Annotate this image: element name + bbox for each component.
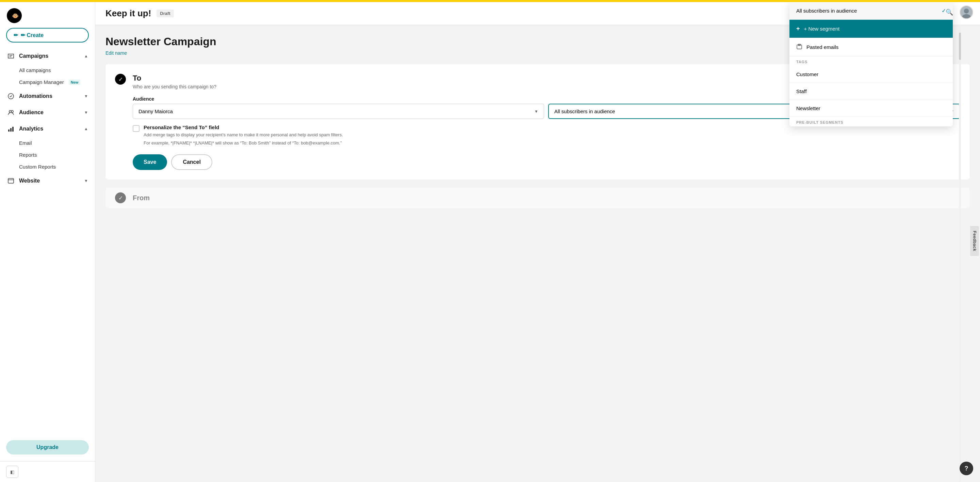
main-content: Keep it up! Draft Newsletter Campaign Ed… xyxy=(95,2,980,482)
all-campaigns-label: All campaigns xyxy=(19,67,51,73)
sidebar-item-email[interactable]: Email xyxy=(0,137,95,149)
audience-value: Danny Maiorca xyxy=(138,108,173,114)
audience-arrow: ▼ xyxy=(84,110,88,115)
custom-reports-label: Custom Reports xyxy=(19,164,56,170)
svg-point-3 xyxy=(9,111,11,113)
campaigns-arrow: ▲ xyxy=(84,54,88,59)
checkbox-main-text: Personalize the “Send To” field xyxy=(143,124,343,130)
sidebar-item-reports[interactable]: Reports xyxy=(0,149,95,161)
personalize-checkbox-row: Personalize the “Send To” field Add merg… xyxy=(133,124,960,146)
nav-item-automations[interactable]: Automations ▼ xyxy=(0,88,95,105)
dropdown-item-newsletter[interactable]: Newsletter xyxy=(789,100,953,117)
new-segment-label: + New segment xyxy=(804,26,840,32)
search-icon: 🔍 xyxy=(946,8,953,16)
checkbox-text: Personalize the “Send To” field Add merg… xyxy=(143,124,343,146)
segment-value: All subscribers in audience xyxy=(554,108,615,114)
form-actions: Save Cancel xyxy=(133,154,960,170)
collapse-icon: ◧ xyxy=(10,469,14,474)
sidebar-item-campaign-manager[interactable]: Campaign Manager New xyxy=(0,76,95,88)
nav-item-analytics[interactable]: Analytics ▲ xyxy=(0,121,95,137)
audience-select[interactable]: Danny Maiorca ▼ xyxy=(133,104,544,119)
analytics-arrow: ▲ xyxy=(84,127,88,131)
audience-icon xyxy=(7,108,15,117)
draft-badge: Draft xyxy=(156,10,173,17)
campaigns-icon xyxy=(7,52,15,60)
segment-dropdown: All subscribers in audience ✓ + + New se… xyxy=(789,2,953,127)
top-right-actions: 🔍 xyxy=(943,5,973,19)
save-button[interactable]: Save xyxy=(133,154,167,170)
plus-icon: + xyxy=(796,25,800,32)
pasted-emails-icon xyxy=(796,43,802,51)
scrollbar-track xyxy=(959,29,961,482)
customer-label: Customer xyxy=(796,71,818,77)
svg-text:🐵: 🐵 xyxy=(12,13,19,19)
website-icon xyxy=(7,177,15,185)
create-button[interactable]: ✏ ✏ Create xyxy=(6,28,89,43)
dropdown-item-staff[interactable]: Staff xyxy=(789,83,953,100)
personalize-checkbox[interactable] xyxy=(133,125,140,132)
email-label: Email xyxy=(19,140,32,146)
dropdown-item-pasted-emails[interactable]: Pasted emails xyxy=(789,38,953,56)
logo-area: 🐵 xyxy=(0,2,95,28)
campaign-manager-label: Campaign Manager xyxy=(19,79,64,85)
newsletter-label: Newsletter xyxy=(796,105,821,111)
cancel-button[interactable]: Cancel xyxy=(171,154,212,170)
audience-dropdown-arrow: ▼ xyxy=(534,109,538,114)
all-subscribers-label: All subscribers in audience xyxy=(796,8,857,14)
pencil-icon: ✏ xyxy=(14,32,18,38)
svg-rect-7 xyxy=(12,127,14,132)
pasted-emails-label: Pasted emails xyxy=(807,44,838,50)
upgrade-button[interactable]: Upgrade xyxy=(6,440,89,455)
nav-item-website[interactable]: Website ▼ xyxy=(0,173,95,189)
sidebar-item-custom-reports[interactable]: Custom Reports xyxy=(0,161,95,173)
dropdown-item-new-segment[interactable]: + + New segment xyxy=(789,20,953,38)
header-title: Keep it up! xyxy=(105,8,151,19)
svg-point-11 xyxy=(964,8,969,13)
analytics-icon xyxy=(7,125,15,133)
prebuilt-section-label: PRE-BUILT SEGMENTS xyxy=(789,117,953,127)
nav-item-campaigns[interactable]: Campaigns ▲ xyxy=(0,48,95,64)
sidebar-collapse-button[interactable]: ◧ xyxy=(6,466,18,478)
main-nav: Campaigns ▲ All campaigns Campaign Manag… xyxy=(0,48,95,436)
avatar[interactable] xyxy=(959,5,973,19)
staff-label: Staff xyxy=(796,88,807,94)
search-button[interactable]: 🔍 xyxy=(943,6,956,18)
checkbox-sub-text-1: Add merge tags to display your recipient… xyxy=(143,132,343,138)
sidebar-item-all-campaigns[interactable]: All campaigns xyxy=(0,64,95,76)
website-arrow: ▼ xyxy=(84,178,88,183)
from-section: ✓ From xyxy=(105,188,970,208)
help-button[interactable]: ? xyxy=(959,461,973,475)
svg-point-4 xyxy=(11,111,13,113)
audience-label: Audience xyxy=(19,109,43,116)
reports-label: Reports xyxy=(19,152,37,158)
checkbox-sub-text-2: For example, *|FNAME|* *|LNAME|* will sh… xyxy=(143,140,343,146)
website-label: Website xyxy=(19,178,40,184)
automations-arrow: ▼ xyxy=(84,94,88,98)
section-check-icon: ✓ xyxy=(115,74,126,85)
analytics-label: Analytics xyxy=(19,126,43,132)
from-label: From xyxy=(133,194,150,202)
create-label: ✏ Create xyxy=(21,32,43,38)
automations-icon xyxy=(7,92,15,100)
scrollbar-thumb[interactable] xyxy=(959,33,961,60)
edit-name-link[interactable]: Edit name xyxy=(105,50,127,56)
campaigns-label: Campaigns xyxy=(19,53,48,59)
sidebar: 🐵 ✏ ✏ Create Campaigns ▲ All campaigns C… xyxy=(0,2,95,482)
feedback-tab[interactable]: Feedback xyxy=(970,226,979,256)
from-check-icon: ✓ xyxy=(115,192,126,203)
app-logo[interactable]: 🐵 xyxy=(7,8,22,23)
svg-rect-5 xyxy=(8,130,10,132)
tags-section-label: TAGS xyxy=(789,56,953,66)
svg-rect-8 xyxy=(8,178,14,183)
nav-item-audience[interactable]: Audience ▼ xyxy=(0,105,95,121)
sidebar-bottom: ◧ xyxy=(0,461,95,482)
new-badge: New xyxy=(69,79,81,85)
dropdown-item-customer[interactable]: Customer xyxy=(789,66,953,83)
dropdown-item-all-subscribers[interactable]: All subscribers in audience ✓ xyxy=(789,2,953,20)
upgrade-label: Upgrade xyxy=(37,444,59,450)
automations-label: Automations xyxy=(19,93,52,99)
svg-rect-6 xyxy=(10,128,11,132)
